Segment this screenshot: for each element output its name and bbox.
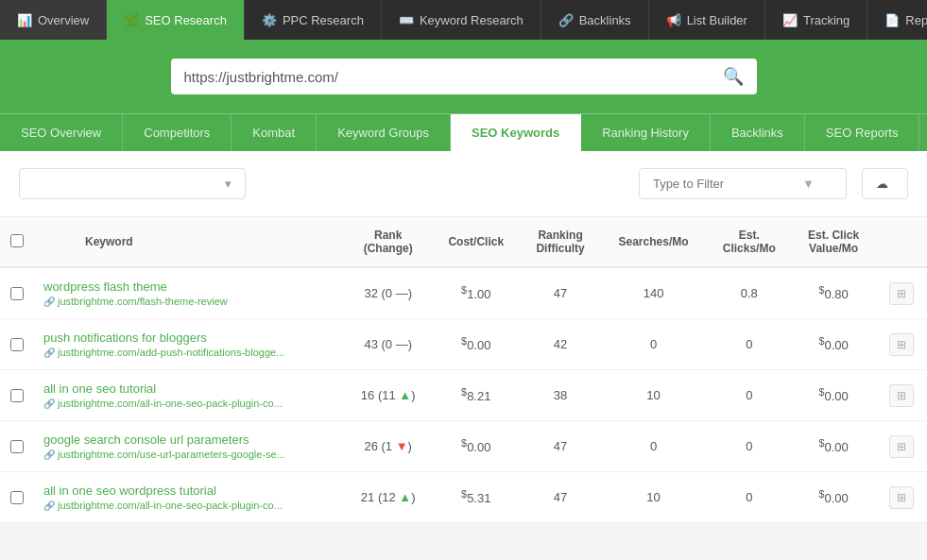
keyword-link[interactable]: google search console url parameters bbox=[43, 433, 335, 447]
col-cost-click: Cost/Click bbox=[432, 217, 521, 267]
rank-neutral-icon: — bbox=[396, 337, 408, 351]
est-click-value-cell: $0.80 bbox=[792, 267, 875, 319]
toolbar: ▾ ▼ ☁ bbox=[0, 151, 927, 217]
table-row: wordpress flash theme 🔗 justbrightme.com… bbox=[0, 267, 927, 319]
col-actions bbox=[875, 217, 927, 267]
row-action-button[interactable]: ⊞ bbox=[889, 435, 914, 458]
est-clicks-cell: 0 bbox=[707, 319, 793, 370]
keyword-url: 🔗 justbrightme.com/flash-theme-review bbox=[43, 296, 335, 307]
keyword-research-nav-icon: ⌨️ bbox=[399, 13, 414, 27]
row-action-button[interactable]: ⊞ bbox=[889, 333, 914, 356]
row-checkbox-4[interactable] bbox=[10, 491, 24, 504]
cost-click-cell: $0.00 bbox=[432, 421, 521, 472]
tab-backlinks[interactable]: Backlinks bbox=[711, 114, 805, 151]
tab-seo-overview[interactable]: SEO Overview bbox=[0, 114, 123, 151]
export-button[interactable]: ☁ bbox=[862, 168, 908, 199]
row-checkbox-0[interactable] bbox=[10, 287, 24, 300]
nav-item-label: Reports bbox=[905, 13, 927, 27]
action-cell: ⊞ bbox=[875, 421, 927, 472]
est-clicks-cell: 0 bbox=[707, 472, 793, 523]
est-clicks-cell: 0 bbox=[707, 370, 793, 421]
list-builder-nav-icon: 📢 bbox=[666, 13, 681, 27]
url-input[interactable] bbox=[184, 69, 723, 85]
select-all-header bbox=[0, 217, 34, 267]
tab-label: Ranking History bbox=[602, 126, 689, 140]
nav-item-label: Keyword Research bbox=[420, 13, 524, 27]
row-checkbox-cell bbox=[0, 472, 34, 523]
nav-item-label: PPC Research bbox=[283, 13, 364, 27]
nav-item-label: Backlinks bbox=[579, 13, 631, 27]
nav-item-backlinks[interactable]: 🔗Backlinks bbox=[541, 0, 649, 40]
table-row: all in one seo wordpress tutorial 🔗 just… bbox=[0, 472, 927, 523]
action-cell: ⊞ bbox=[875, 267, 927, 319]
est-click-value-cell: $0.00 bbox=[792, 370, 875, 421]
keyword-url-text: justbrightme.com/flash-theme-review bbox=[58, 296, 228, 307]
row-checkbox-cell bbox=[0, 370, 34, 421]
nav-item-tracking[interactable]: 📈Tracking bbox=[765, 0, 867, 40]
filter-dropdown[interactable]: ▾ bbox=[19, 168, 246, 199]
keyword-link[interactable]: wordpress flash theme bbox=[43, 280, 335, 294]
filter-input[interactable] bbox=[653, 177, 795, 191]
keyword-cell: google search console url parameters 🔗 j… bbox=[34, 421, 344, 472]
tab-keyword-groups[interactable]: Keyword Groups bbox=[317, 114, 451, 151]
action-cell: ⊞ bbox=[875, 472, 927, 523]
filter-icon: ▼ bbox=[802, 177, 815, 191]
keyword-link[interactable]: all in one seo wordpress tutorial bbox=[43, 484, 335, 498]
col-rank: Rank(Change) bbox=[344, 217, 432, 267]
table-header-row: Keyword Rank(Change) Cost/Click RankingD… bbox=[0, 217, 927, 267]
select-all-checkbox[interactable] bbox=[10, 234, 24, 247]
searches-mo-cell: 140 bbox=[601, 267, 707, 319]
tab-label: Kombat bbox=[252, 126, 295, 140]
row-action-button[interactable]: ⊞ bbox=[889, 384, 914, 407]
searches-mo-cell: 10 bbox=[601, 370, 707, 421]
tab-seo-reports[interactable]: SEO Reports bbox=[805, 114, 920, 151]
nav-item-list-builder[interactable]: 📢List Builder bbox=[649, 0, 765, 40]
rank-cell: 43 (0 —) bbox=[344, 319, 432, 370]
col-searches-mo: Searches/Mo bbox=[601, 217, 707, 267]
keyword-link[interactable]: all in one seo tutorial bbox=[43, 382, 335, 396]
external-link-icon: 🔗 bbox=[43, 501, 55, 511]
ranking-difficulty-cell: 38 bbox=[521, 370, 601, 421]
tab-competitors[interactable]: Competitors bbox=[123, 114, 232, 151]
overview-nav-icon: 📊 bbox=[17, 13, 32, 27]
keyword-link[interactable]: push notifications for bloggers bbox=[43, 331, 335, 345]
rank-cell: 21 (12 ▲) bbox=[344, 472, 432, 523]
rank-up-icon: ▲ bbox=[399, 388, 411, 402]
nav-item-seo-research[interactable]: 🌿SEO Research bbox=[107, 0, 245, 40]
nav-item-overview[interactable]: 📊Overview bbox=[0, 0, 107, 40]
row-action-button[interactable]: ⊞ bbox=[889, 282, 914, 305]
tab-seo-keywords[interactable]: SEO Keywords bbox=[451, 114, 581, 151]
nav-item-ppc-research[interactable]: ⚙️PPC Research bbox=[245, 0, 382, 40]
cloud-upload-icon: ☁ bbox=[876, 177, 888, 191]
tab-kombat[interactable]: Kombat bbox=[232, 114, 317, 151]
cost-click-cell: $5.31 bbox=[432, 472, 521, 523]
backlinks-nav-icon: 🔗 bbox=[558, 13, 574, 27]
row-checkbox-cell bbox=[0, 319, 34, 370]
tab-label: SEO Keywords bbox=[472, 126, 559, 140]
nav-item-reports[interactable]: 📄Reports bbox=[867, 0, 927, 40]
search-button[interactable]: 🔍 bbox=[723, 66, 744, 87]
rank-cell: 26 (1 ▼) bbox=[344, 421, 432, 472]
search-section: 🔍 bbox=[0, 40, 927, 113]
seo-research-nav-icon: 🌿 bbox=[124, 13, 139, 27]
row-checkbox-cell bbox=[0, 421, 34, 472]
filter-input-wrapper: ▼ bbox=[639, 168, 847, 199]
ranking-difficulty-cell: 47 bbox=[521, 267, 601, 319]
tab-ranking-history[interactable]: Ranking History bbox=[581, 114, 711, 151]
keyword-url: 🔗 justbrightme.com/use-url-parameters-go… bbox=[43, 449, 335, 460]
table-row: all in one seo tutorial 🔗 justbrightme.c… bbox=[0, 370, 927, 421]
row-checkbox-2[interactable] bbox=[10, 389, 24, 402]
external-link-icon: 🔗 bbox=[43, 450, 55, 460]
rank-down-icon: ▼ bbox=[396, 439, 408, 453]
external-link-icon: 🔗 bbox=[43, 399, 55, 409]
rank-neutral-icon: — bbox=[396, 286, 408, 300]
table-row: google search console url parameters 🔗 j… bbox=[0, 421, 927, 472]
row-checkbox-3[interactable] bbox=[10, 440, 24, 453]
row-checkbox-1[interactable] bbox=[10, 338, 24, 351]
table-row: push notifications for bloggers 🔗 justbr… bbox=[0, 319, 927, 370]
keyword-cell: all in one seo tutorial 🔗 justbrightme.c… bbox=[34, 370, 344, 421]
cost-click-cell: $1.00 bbox=[432, 267, 521, 319]
row-action-button[interactable]: ⊞ bbox=[889, 486, 914, 509]
row-checkbox-cell bbox=[0, 267, 34, 319]
nav-item-keyword-research[interactable]: ⌨️Keyword Research bbox=[382, 0, 541, 40]
